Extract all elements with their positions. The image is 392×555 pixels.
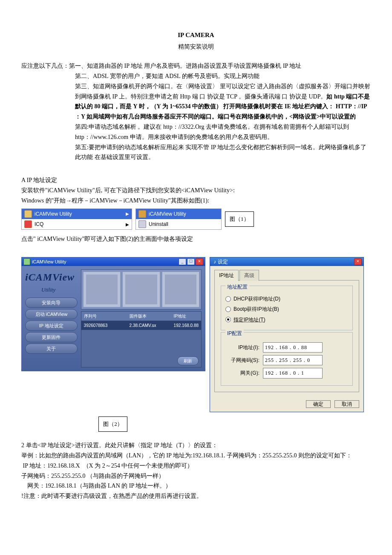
menu-item-icq[interactable]: ICQ ▶ (22, 219, 132, 229)
title-sub: 精简安装说明 (21, 42, 371, 52)
figure-1: iCAMView Utility ▶ ICQ ▶ iCAMView Utilit… (21, 208, 371, 230)
radio-static[interactable]: 指定IP地址(T) (225, 315, 348, 324)
figure-2: iCAMView Utility _ ☐ ✕ iCAMView Utility … (21, 257, 371, 412)
note5-text: 要把申请到的动态域名解析应用起来 实现不管 IP 地址怎么变化都把它解析到同一域… (75, 144, 366, 161)
input-gateway[interactable]: 192 . 168 . 0 . 1 (263, 368, 323, 378)
col-firmware[interactable]: 固件版本 (127, 312, 171, 321)
refresh-button[interactable]: 刷新 (177, 356, 199, 365)
note4-text: 申请动态域名解析 。建议在 http：//3322.Org 去申请免费域名。在拥… (75, 124, 349, 140)
cancel-button[interactable]: 取消 (334, 400, 359, 408)
note1-prefix: 第一、 (69, 63, 87, 69)
cell-ip: 192.168.0.88 (171, 321, 201, 330)
label-ip: IP地址(I): (225, 343, 263, 352)
close-button[interactable]: ✕ (196, 258, 203, 265)
tab-advanced[interactable]: 高级 (239, 270, 259, 280)
body2-l4: 子网掩码：255.255.255.0 （与路由器的子网掩码一样） (21, 471, 371, 481)
notes-lead: 应注意以下几点： (21, 61, 69, 71)
radio-bootp[interactable]: Bootp获得IP地址(B) (225, 305, 348, 313)
note2-prefix: 第二、 (75, 73, 93, 79)
input-mask[interactable]: 255 . 255 . 255 . 0 (263, 355, 323, 365)
notes-section: 应注意以下几点： 第一、知道路由器的 IP 地址 用户名及密码。进路由器设置及手… (21, 61, 371, 162)
note3-prefix: 第三、 (75, 83, 93, 90)
group-legend: IP配置 (225, 329, 244, 338)
table-row[interactable]: 3926078863 2.38.CAMV.sx 192.168.0.88 (81, 321, 201, 330)
note4-prefix: 第四: (75, 124, 89, 130)
input-ip[interactable]: 192 . 168 . 0 . 88 (263, 342, 323, 353)
body2: 2 单击<IP 地址设定>进行设置。此处只讲解〈指定 IP 地址（T）〉的设置：… (21, 440, 371, 501)
app-icon (23, 258, 30, 265)
sidebar-firmware-button[interactable]: 更新固件 (25, 332, 78, 342)
col-serial[interactable]: 序列号 (81, 312, 127, 321)
menu-item-label: iCAMView Utility (35, 210, 72, 218)
sidebar: 安装向导 启动 iCAMView IP 地址设定 更新固件 关于 (25, 298, 78, 367)
group-legend: 地址配置 (225, 283, 249, 291)
logo-text: iCAMView (25, 269, 75, 286)
start-submenu: iCAMView Utility Uninstall (135, 208, 222, 230)
body2-l2: 举例：比如您的路由器内设置的局域网（LAN），它的 IP 地址为:192.168… (21, 451, 371, 461)
title-block: IP CAMERA 精简安装说明 (21, 30, 371, 52)
ip-config-group: IP配置 IP地址(I):192 . 168 . 0 . 88 子网掩码(S):… (221, 332, 353, 386)
address-config-group: 地址配置 DHCP获得IP地址(D) Bootp获得IP地址(B) 指定IP地址… (221, 286, 353, 331)
radio-icon (225, 317, 231, 322)
tabs: IP地址 高级 (214, 269, 359, 280)
radio-icon (225, 306, 231, 312)
radio-label: 指定IP地址(T) (233, 315, 265, 324)
sidebar-ip-settings-button[interactable]: IP 地址设定 (25, 321, 78, 331)
chevron-right-icon: ▶ (126, 221, 129, 228)
icamview-utility-window: iCAMView Utility _ ☐ ✕ iCAMView Utility … (21, 257, 205, 371)
thumbnail (83, 272, 121, 307)
body2-l5: 网关：192.168.18.1（与路由器 LAN 的 IP 地址一样。） (21, 481, 371, 491)
radio-icon (225, 296, 231, 302)
preview-thumbnails (81, 269, 202, 309)
figure-2-label: 图（2） (98, 416, 127, 432)
menu-item-label: iCAMView Utility (149, 210, 186, 218)
window-title: 设定 (218, 257, 228, 266)
submenu-icamview-utility[interactable]: iCAMView Utility (136, 209, 221, 219)
sidebar-about-button[interactable]: 关于 (25, 344, 78, 354)
label-mask: 子网掩码(S): (225, 356, 263, 364)
minimize-button[interactable]: _ (179, 258, 186, 265)
uninstall-icon (138, 220, 146, 228)
figure-1-label: 图（1） (225, 211, 254, 227)
ok-button[interactable]: 确定 (306, 400, 331, 408)
submenu-uninstall[interactable]: Uninstall (136, 219, 221, 229)
thumbnail (162, 272, 199, 307)
maximize-button[interactable]: ☐ (187, 258, 195, 265)
body2-l3: IP 地址：192.168.18.X （X 为 2～254 中任何一个未使用的即… (21, 461, 371, 471)
section-a: A IP 地址设定 安装软件"iCAMView Utility"后, 可在下边路… (21, 175, 371, 205)
device-list: 序列号 固件版本 IP地址 3926078863 2.38.CAMV.sx 19… (81, 311, 202, 367)
icq-icon (24, 220, 32, 228)
chevron-right-icon: ▶ (126, 210, 129, 217)
cell-serial: 3926078863 (81, 321, 127, 330)
close-button[interactable]: ✕ (354, 258, 362, 265)
note2-text: ADSL 宽带的用户，要知道 ADSL 的帐号及密码。实现上网功能 (93, 73, 259, 79)
sidebar-wizard-button[interactable]: 安装向导 (25, 298, 78, 308)
section-a-line2: Windows 的"开始→程序－iCAMView－iCAMView Utilit… (21, 196, 371, 206)
radio-label: DHCP获得IP地址(D) (233, 295, 280, 303)
menu-item-icamview[interactable]: iCAMView Utility ▶ (22, 209, 132, 219)
thumbnail (122, 272, 160, 307)
logo-subtext: Utility (41, 285, 75, 295)
menu-item-label: ICQ (35, 220, 43, 228)
logo: iCAMView Utility (25, 269, 75, 295)
window-title: iCAMView Utility (32, 258, 66, 266)
titlebar[interactable]: ♪ 设定 ✕ (210, 257, 363, 266)
title-main: IP CAMERA (21, 30, 371, 41)
tab-ip[interactable]: IP地址 (214, 270, 239, 280)
radio-dhcp[interactable]: DHCP获得IP地址(D) (225, 295, 348, 303)
section-a-line1: 安装软件"iCAMView Utility"后, 可在下边路径下找到您安装的<i… (21, 185, 371, 196)
after-fig1-text: 点击" iCAMView Utility"即可进入如下图(2)的主画面中做各项设… (21, 234, 371, 244)
folder-icon (24, 210, 32, 218)
col-ip[interactable]: IP地址 (171, 312, 201, 321)
menu-item-label: Uninstall (149, 220, 168, 228)
radio-label: Bootp获得IP地址(B) (233, 305, 279, 313)
note5-prefix: 第五: (75, 144, 89, 150)
section-a-heading: A IP 地址设定 (21, 175, 371, 185)
cell-firmware: 2.38.CAMV.sx (127, 321, 171, 330)
titlebar[interactable]: iCAMView Utility _ ☐ ✕ (22, 257, 205, 266)
settings-dialog: ♪ 设定 ✕ IP地址 高级 地址配置 DHCP获得IP地址(D) Bootp获… (210, 257, 364, 412)
body2-l6: !注意：此时请不要进行高级设置，在熟悉产品的使用后再进行设置。 (21, 491, 371, 501)
app-icon (138, 210, 146, 218)
start-menu-panel: iCAMView Utility ▶ ICQ ▶ (21, 208, 132, 230)
sidebar-launch-button[interactable]: 启动 iCAMView (25, 309, 78, 319)
